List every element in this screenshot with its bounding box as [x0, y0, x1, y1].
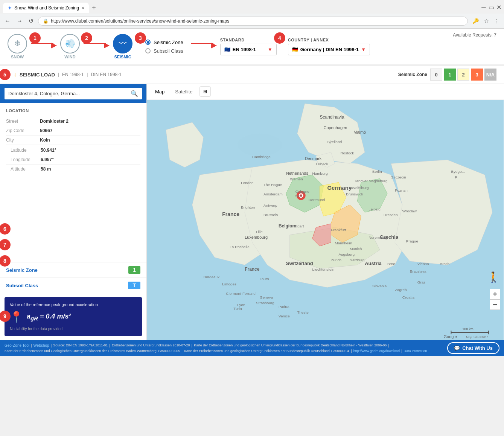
- svg-text:Brno: Brno: [387, 262, 395, 266]
- svg-text:Slovenia: Slovenia: [372, 284, 387, 288]
- svg-text:Leipzig: Leipzig: [368, 207, 381, 211]
- arrow-3-4: ▶: [191, 43, 213, 44]
- street-view-person[interactable]: 🚶: [487, 271, 500, 284]
- seismic-load-bar: ↓ SEISMIC LOAD | EN 1998-1 | DIN EN 1998…: [0, 65, 504, 84]
- svg-text:Padua: Padua: [279, 305, 289, 309]
- country-dropdown[interactable]: 🇩🇪 Germany | DIN EN 1998-1 ▼: [288, 44, 370, 55]
- country-dropdown-arrow: ▼: [361, 47, 366, 52]
- zoom-out-btn[interactable]: −: [490, 299, 500, 310]
- street-key: Street: [6, 119, 40, 124]
- accel-title: Value of the reference peak ground accel…: [10, 302, 137, 307]
- svg-text:Tours: Tours: [260, 277, 269, 281]
- svg-text:Bordeaux: Bordeaux: [204, 275, 220, 279]
- reload-btn[interactable]: ↺: [27, 16, 35, 26]
- svg-text:Map data ©2019: Map data ©2019: [466, 335, 489, 339]
- subsoil-class-option[interactable]: Subsoil Class: [145, 48, 183, 54]
- address-bar[interactable]: 🔒 https://www.dlubal.com/en/solutions/on…: [38, 17, 468, 26]
- menu-icon[interactable]: ⋮: [493, 17, 501, 26]
- svg-text:Liechtenstein: Liechtenstein: [312, 267, 335, 271]
- pin-icon: 📍: [10, 311, 23, 323]
- footer-link-webshop[interactable]: Webshop: [33, 343, 49, 348]
- search-wrapper: 🔍: [0, 84, 146, 103]
- svg-text:Limoges: Limoges: [222, 282, 236, 286]
- map-canvas[interactable]: France Germany Belgium Luxembourg Switze…: [147, 100, 504, 340]
- seismic-zone-option[interactable]: Seismic Zone: [145, 40, 183, 45]
- step-wind[interactable]: 💨 WIND: [60, 34, 80, 59]
- alt-value: 58 m: [41, 166, 51, 172]
- browser-toolbar: ← → ↺ 🔒 https://www.dlubal.com/en/soluti…: [0, 14, 504, 29]
- key-icon[interactable]: 🔑: [471, 17, 480, 26]
- zone-selector-label: Seismic Zone: [398, 72, 427, 77]
- svg-text:Stuttgart: Stuttgart: [290, 224, 304, 228]
- seismic-zone-selector: Seismic Zone 0 1 2 3 N/A: [398, 69, 496, 81]
- svg-text:Venice: Venice: [279, 314, 290, 318]
- map-tab-map[interactable]: Map: [150, 87, 170, 96]
- footer-link-geo[interactable]: Geo-Zone Tool: [5, 343, 29, 348]
- svg-text:Poznan: Poznan: [395, 188, 408, 192]
- step-snow[interactable]: ❄ SNOW: [8, 34, 27, 59]
- standard-label: STANDARD: [220, 38, 277, 42]
- seismic-zone-result-row[interactable]: Seismic Zone 1: [0, 262, 146, 278]
- lat-key: Latitude: [11, 148, 41, 153]
- subsoil-class-result-row[interactable]: Subsoil Class T: [0, 278, 146, 293]
- lat-value: 50.941°: [41, 148, 56, 153]
- country-flag: 🇩🇪: [292, 47, 298, 52]
- standard-dropdown[interactable]: 🇪🇺 EN 1998-1 ▼: [220, 44, 277, 55]
- svg-text:Lübeck: Lübeck: [316, 162, 328, 166]
- standard-dropdown-arrow: ▼: [268, 47, 273, 52]
- browser-tab[interactable]: ✦ Snow, Wind and Seismic Zoning ×: [3, 3, 89, 13]
- seismic-zone-label: Seismic Zone: [154, 40, 183, 45]
- close-btn[interactable]: ✕: [496, 5, 501, 9]
- star-icon[interactable]: ☆: [483, 17, 490, 26]
- zone-1-btn[interactable]: 1: [444, 69, 456, 81]
- new-tab-btn[interactable]: +: [89, 3, 99, 14]
- left-panel: 🔍 document.addEventListener('DOMContentL…: [0, 84, 147, 340]
- footer-links: Geo-Zone Tool | Webshop | Source: DIN EN…: [5, 343, 445, 353]
- map-tab-satellite[interactable]: Satellite: [170, 87, 198, 96]
- zip-key: Zip Code: [6, 128, 40, 133]
- map-fullscreen-btn[interactable]: ⊞: [199, 86, 211, 97]
- svg-text:Szczecin: Szczecin: [391, 175, 406, 179]
- zip-value: 50667: [40, 128, 52, 133]
- zoom-in-btn[interactable]: +: [490, 289, 500, 299]
- svg-text:100 km: 100 km: [462, 327, 473, 331]
- svg-text:Bremen: Bremen: [290, 177, 303, 181]
- badge-8-marker: 8: [0, 255, 11, 267]
- step-snow-label: SNOW: [11, 55, 24, 59]
- badge-3: 3: [135, 32, 146, 44]
- zone-na-btn[interactable]: N/A: [484, 69, 496, 81]
- seismic-zone-result-value: 1: [128, 266, 140, 274]
- svg-text:Strasbourg: Strasbourg: [256, 301, 274, 305]
- arrow-2-3: ▶: [84, 43, 106, 44]
- svg-text:oWolfsburg: oWolfsburg: [350, 186, 368, 190]
- map-area: Map Satellite ⊞: [147, 84, 504, 340]
- footer-data-protection[interactable]: Data Protection: [404, 349, 427, 353]
- accel-disclaimer: No liability for the data provided: [10, 327, 137, 331]
- search-input[interactable]: [8, 91, 128, 96]
- step-seismic[interactable]: 〰 SEISMIC: [113, 34, 132, 59]
- footer-gadm[interactable]: http://www.gadm.org/download: [353, 349, 400, 353]
- browser-window: ✦ Snow, Wind and Seismic Zoning × + ─ ▭ …: [0, 0, 504, 356]
- maximize-btn[interactable]: ▭: [489, 5, 493, 9]
- chat-with-us-btn[interactable]: 💬 Chat With Us: [447, 342, 499, 354]
- zone-0-btn[interactable]: 0: [430, 69, 442, 81]
- svg-text:Magdeburg: Magdeburg: [368, 179, 387, 183]
- city-key: City: [6, 137, 40, 143]
- location-row-lon: Longitude 6.957°: [6, 155, 140, 165]
- badge-4: 4: [274, 32, 285, 44]
- back-btn[interactable]: ←: [3, 16, 12, 26]
- svg-text:France: France: [222, 211, 239, 217]
- zone-3-btn[interactable]: 3: [471, 69, 483, 81]
- city-value: Koln: [40, 137, 50, 143]
- tab-close-btn[interactable]: ×: [81, 5, 84, 11]
- seismic-load-left: ↓ SEISMIC LOAD | EN 1998-1 | DIN EN 1998…: [14, 71, 122, 78]
- svg-text:Prague: Prague: [406, 239, 419, 243]
- minimize-btn[interactable]: ─: [481, 5, 486, 9]
- search-icon[interactable]: 🔍: [131, 90, 138, 97]
- zone-2-btn[interactable]: 2: [457, 69, 469, 81]
- svg-text:Turin: Turin: [233, 306, 242, 311]
- subsoil-class-result-value: T: [128, 282, 140, 289]
- svg-text:Google: Google: [444, 334, 457, 339]
- forward-btn[interactable]: →: [15, 16, 24, 26]
- country-label: COUNTRY | ANNEX: [288, 38, 370, 42]
